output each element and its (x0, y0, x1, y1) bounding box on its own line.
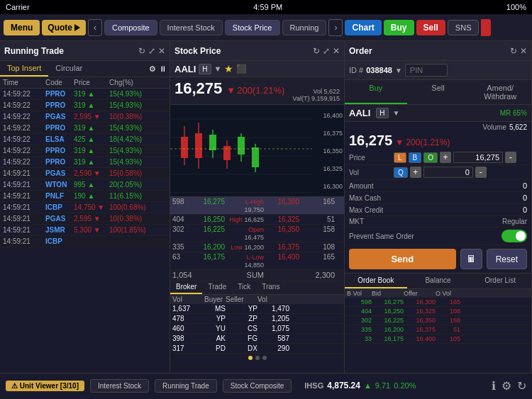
order-tab-sell[interactable]: Sell (407, 80, 470, 104)
trade-row[interactable]: 14:59:22 ELSA 425 ▲ 18(4.42%) (0, 134, 170, 145)
menu-button[interactable]: Menu (4, 20, 40, 35)
pagination-dot-3[interactable] (262, 356, 267, 360)
btn-O[interactable]: O (423, 152, 438, 163)
broker-tab-tick[interactable]: Tick (232, 281, 256, 294)
btn-Q[interactable]: Q (394, 167, 408, 178)
tab-top-insert[interactable]: Top Insert (0, 61, 48, 77)
dropdown-arrow-icon[interactable]: ▼ (214, 64, 222, 73)
trade-row[interactable]: 14:59:21 JSMR 5,300 ▼ 100(1.85%) (0, 225, 170, 236)
close-icon-order[interactable]: ✕ (520, 46, 527, 56)
refresh-icon[interactable]: ↻ (138, 46, 145, 56)
regular-label: Regular (502, 218, 527, 225)
trade-row[interactable]: 14:59:22 PPRO 319 ▲ 15(4.93%) (0, 100, 170, 111)
order-book-row[interactable]: 598 16,275 16,300 165 (345, 298, 531, 307)
tab-interest-stock[interactable]: Interest Stock (160, 20, 223, 35)
chart-small-icon[interactable]: ⬛ (236, 64, 247, 74)
order-tab-amend[interactable]: Amend/ Withdraw (469, 80, 531, 104)
order-title: Order (349, 46, 372, 56)
price-input[interactable] (453, 152, 503, 163)
quote-button[interactable]: Quote (42, 20, 86, 35)
vol-minus-btn[interactable]: - (475, 167, 487, 178)
trade-row[interactable]: 14:59:22 PPRO 319 ▲ 15(4.93%) (0, 89, 170, 100)
pause-icon[interactable]: ⏸ (159, 64, 167, 73)
refresh-icon-bottom[interactable]: ↻ (517, 379, 526, 393)
broker-tab-broker[interactable]: Broker (170, 281, 202, 294)
broker-row[interactable]: 398 AK FG 587 (170, 334, 344, 344)
refresh-icon-order[interactable]: ↻ (510, 46, 517, 56)
trade-row[interactable]: 14:59:21 PGAS 2,595 ▼ 10(0.38%) (0, 213, 170, 225)
buy-button[interactable]: Buy (384, 20, 414, 35)
order-tab-buy[interactable]: Buy (345, 80, 407, 104)
close-icon-stock[interactable]: ✕ (333, 46, 340, 56)
price-plus-btn[interactable]: + (440, 152, 451, 163)
tab-composite[interactable]: Composite (104, 20, 157, 35)
tab-running[interactable]: Running (282, 20, 327, 35)
btn-B[interactable]: B (409, 152, 422, 163)
broker-row[interactable]: 317 PD DX 290 (170, 344, 344, 354)
order-book-row[interactable]: 302 16,225 16,350 158 (345, 316, 531, 325)
expand-icon[interactable]: ⤢ (148, 46, 155, 56)
settings-icon-bottom[interactable]: ⚙ (501, 379, 511, 393)
price-table-row[interactable]: 404 16,250 High 16,625 16,325 51 (170, 215, 344, 225)
btn-L[interactable]: L (394, 152, 406, 163)
trade-row[interactable]: 14:59:22 PPRO 319 ▲ 15(4.93%) (0, 145, 170, 157)
broker-tab-trade[interactable]: Trade (202, 281, 232, 294)
price-table-row[interactable]: 302 16,225 Open 16,475 16,350 158 (170, 225, 344, 242)
ob-tab-order-list[interactable]: Order List (469, 274, 531, 288)
id-dropdown-icon[interactable]: ▼ (395, 67, 402, 74)
reset-button[interactable]: Reset (487, 249, 527, 269)
ihsg-arrow-icon: ▲ (364, 381, 372, 390)
trade-row[interactable]: 14:59:21 PNLF 190 ▲ 11(6.15%) (0, 191, 170, 202)
trade-rows-container: 14:59:22 PPRO 319 ▲ 15(4.93%) 14:59:22 P… (0, 89, 170, 373)
bottom-tab-composite[interactable]: Stock Composite (223, 379, 292, 393)
send-button[interactable]: Send (349, 249, 456, 269)
sns-button[interactable]: SNS (448, 20, 480, 35)
ob-tab-order-book[interactable]: Order Book (345, 274, 407, 288)
tab-circular[interactable]: Circular (48, 61, 89, 77)
vol-input[interactable] (423, 167, 473, 178)
pagination-dot-1[interactable] (248, 356, 253, 360)
trade-row[interactable]: 14:59:21 PGAS 2,590 ▼ 15(0.58%) (0, 168, 170, 179)
trade-row[interactable]: 14:59:22 PGAS 2,595 ▼ 10(0.38%) (0, 111, 170, 123)
unit-viewer-badge[interactable]: ⚠ Unit Viewer [3/10] (6, 381, 84, 391)
dot-pagination (170, 354, 344, 362)
pin-input[interactable] (405, 64, 448, 77)
bottom-tab-running[interactable]: Running Trade (155, 379, 217, 393)
prevent-toggle[interactable] (501, 230, 527, 242)
expand-icon-stock[interactable]: ⤢ (323, 46, 330, 56)
order-type-dropdown[interactable]: ▼ (393, 109, 400, 117)
nav-next-button[interactable]: › (328, 19, 343, 36)
bottom-tab-interest[interactable]: Interest Stock (90, 379, 149, 393)
order-book-row[interactable]: 404 16,250 16,325 108 (345, 307, 531, 316)
trade-row[interactable]: 14:59:22 PPRO 319 ▲ 15(4.93%) (0, 157, 170, 168)
tab-stock-price[interactable]: Stock Price (225, 20, 280, 35)
sell-button[interactable]: Sell (416, 20, 445, 35)
price-table-row[interactable]: 598 16,275 L-High 19,750 16,300 165 (170, 197, 344, 215)
broker-row[interactable]: 478 YP ZP 1,205 (170, 314, 344, 324)
vol-plus-btn[interactable]: + (410, 167, 421, 178)
price-table-row[interactable]: 335 16,200 Low 16,200 16,375 108 (170, 242, 344, 252)
ob-tab-balance[interactable]: Balance (407, 274, 470, 288)
trade-row[interactable]: 14:59:21 WTON 995 ▲ 20(2.05%) (0, 179, 170, 191)
close-icon[interactable]: ✕ (158, 46, 165, 56)
trade-row[interactable]: 14:59:21 ICBP (0, 236, 170, 247)
star-icon[interactable]: ★ (224, 63, 233, 74)
refresh-icon-stock[interactable]: ↻ (313, 46, 320, 56)
order-book-row[interactable]: 335 16,200 16,375 51 (345, 325, 531, 335)
trade-row[interactable]: 14:59:21 ICBP 14,750 ▼ 100(0.68%) (0, 202, 170, 213)
settings-icon[interactable]: ⚙ (149, 64, 156, 74)
price-table-row[interactable]: 63 16,175 L-Low 14,850 16,400 165 (170, 252, 344, 270)
broker-row[interactable]: 460 YU CS 1,075 (170, 324, 344, 334)
trade-row[interactable]: 14:59:22 PPRO 319 ▲ 15(4.93%) (0, 123, 170, 134)
info-icon[interactable]: ℹ (492, 379, 496, 393)
pagination-dot-2[interactable] (255, 356, 260, 360)
broker-tab-trans[interactable]: Trans (256, 281, 285, 294)
broker-row[interactable]: 1,637 MS YP 1,470 (170, 304, 344, 314)
chart-button[interactable]: Chart (345, 20, 381, 35)
price-minus-btn[interactable]: - (505, 152, 516, 163)
order-book-row[interactable]: 33 16,175 16,400 105 (345, 335, 531, 344)
nav-prev-button[interactable]: ‹ (88, 19, 102, 36)
calc-button[interactable]: 🖩 (460, 249, 482, 269)
quote-arrow-icon (74, 24, 80, 31)
battery-label: 100% (506, 3, 526, 11)
